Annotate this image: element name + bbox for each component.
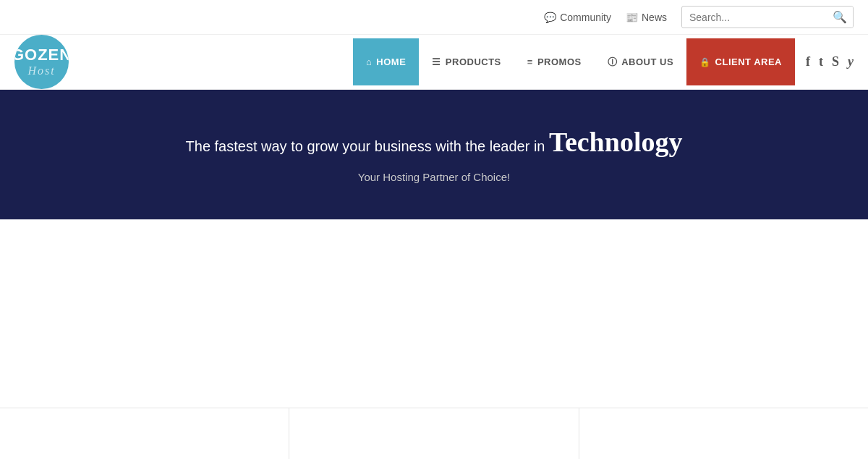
hero-headline: The fastest way to grow your business wi… xyxy=(186,126,683,158)
facebook-icon xyxy=(806,54,810,69)
twitter-link[interactable] xyxy=(819,54,823,70)
nav-client-area[interactable]: CLIENT AREA xyxy=(686,38,795,85)
footer-col-3 xyxy=(579,408,868,459)
search-bar xyxy=(681,6,854,28)
community-link[interactable]: Community xyxy=(544,12,611,23)
yelp-icon xyxy=(848,54,854,69)
logo[interactable]: GOZEN Host xyxy=(14,35,69,89)
home-icon xyxy=(366,56,372,67)
news-link[interactable]: News xyxy=(626,12,667,23)
search-icon xyxy=(833,11,847,23)
nav-about[interactable]: ABOUT US xyxy=(595,38,686,85)
home-label: HOME xyxy=(376,56,406,67)
main-nav: HOME PRODUCTS PROMOS ABOUT US CLIENT ARE… xyxy=(353,38,795,85)
search-input[interactable] xyxy=(682,8,827,27)
nav-promos[interactable]: PROMOS xyxy=(514,38,595,85)
hero-subheadline: Your Hosting Partner of Choice! xyxy=(358,171,510,183)
logo-go: GO xyxy=(14,46,38,64)
client-area-label: CLIENT AREA xyxy=(715,56,782,67)
search-button[interactable] xyxy=(827,7,853,28)
social-links xyxy=(806,54,854,70)
products-label: PRODUCTS xyxy=(446,56,501,67)
community-label: Community xyxy=(560,12,611,23)
footer-col-1 xyxy=(0,408,289,459)
promos-label: PROMOS xyxy=(537,56,582,67)
nav-home[interactable]: HOME xyxy=(353,38,419,85)
hero-banner: The fastest way to grow your business wi… xyxy=(0,90,868,219)
logo-brand-name: GOZEN xyxy=(14,46,69,64)
nav-products[interactable]: PRODUCTS xyxy=(419,38,514,85)
promos-icon xyxy=(527,56,533,67)
skype-link[interactable] xyxy=(832,54,839,70)
skype-icon xyxy=(832,54,839,69)
news-icon xyxy=(626,12,638,23)
products-icon xyxy=(432,56,441,67)
facebook-link[interactable] xyxy=(806,54,810,70)
navbar: GOZEN Host HOME PRODUCTS PROMOS ABOUT US… xyxy=(0,35,868,90)
hero-tech-word: Technology xyxy=(549,127,682,157)
community-icon xyxy=(544,12,556,23)
top-bar: Community News xyxy=(0,0,868,35)
about-icon xyxy=(608,56,618,69)
logo-zen: ZEN xyxy=(38,46,69,64)
footer-col-2 xyxy=(289,408,579,459)
footer-strip xyxy=(0,408,868,459)
twitter-icon xyxy=(819,54,823,69)
main-content xyxy=(0,219,868,408)
yelp-link[interactable] xyxy=(848,54,854,70)
news-label: News xyxy=(642,12,667,23)
lock-icon xyxy=(699,56,711,67)
logo-circle: GOZEN Host xyxy=(14,35,69,89)
hero-headline-text: The fastest way to grow your business wi… xyxy=(186,138,545,154)
logo-host: Host xyxy=(27,64,55,77)
about-label: ABOUT US xyxy=(621,56,673,67)
